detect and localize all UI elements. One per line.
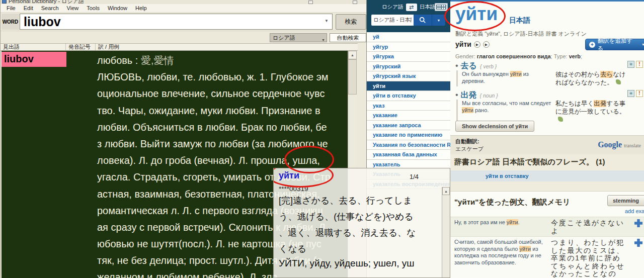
definition-line: з любви. Выйти замуж по любви (за любимо… [97, 136, 331, 152]
type-label: Type: [554, 53, 568, 59]
word-list-item[interactable]: Указания по безопасности R/S [367, 140, 450, 150]
word-list-item[interactable]: уйти в отставку [367, 91, 450, 101]
word-list-item[interactable]: уйгур [367, 42, 450, 52]
dictionary-search-input[interactable] [371, 15, 414, 26]
text-segment: любовь : [97, 55, 141, 66]
snowflake-icon[interactable]: ✳ [627, 61, 634, 68]
menu-file[interactable]: File [3, 5, 20, 11]
popup-scrollbar[interactable]: ▲ [442, 187, 450, 277]
language-dropdown-value: ロシア語 [273, 35, 295, 41]
examples-heading: "уйти"を使った例文、翻訳メモリ [454, 198, 570, 207]
search-options-dropdown[interactable]: ▼ [432, 15, 445, 26]
menu-tools[interactable]: Tools [83, 5, 104, 11]
popup-definition-line: う、逃げる、(仕事などを)やめる [279, 209, 445, 225]
word-list-item[interactable]: уйти [367, 81, 450, 91]
examples-card: "уйти"を使った例文、翻訳メモリ stemming add example … [450, 191, 644, 278]
add-translation-button[interactable]: + 翻訳を追加する ▼ [585, 39, 644, 50]
scroll-up-icon[interactable]: ▲ [442, 187, 450, 195]
definition-line: тво. Чары, ожидание, муки любви. Признан… [97, 103, 331, 119]
auto-translate-box: 自動翻訳: エスケープ Google translate [450, 135, 644, 154]
keyboard-icon[interactable] [435, 3, 448, 11]
translation-term[interactable]: 出発 [461, 90, 477, 99]
add-to-memory-icon[interactable] [634, 239, 642, 247]
report-error-icon[interactable]: ! [636, 90, 643, 97]
column-header: 発音記号 [66, 44, 96, 50]
similar-phrase-row[interactable]: уйти в отставку [450, 170, 644, 181]
menu-search[interactable]: Search [37, 5, 63, 11]
word-list: уйуйгуруйгуркауйгурскийуйгурский языкуйт… [367, 32, 450, 189]
google-translate-logo: Google translate [598, 140, 641, 149]
japanese-sentence: 彼はその村から去らなければならなかった。 [555, 70, 627, 86]
maximize-icon[interactable] [308, 1, 313, 4]
source-language-label: ロシア語 [382, 4, 404, 11]
highlighted-word: 去ら [600, 71, 613, 78]
dictionary-web-panel: уйти 日本語 翻訳と定義 "уйти", ロシア語-日本語 辞書 オンライン… [450, 0, 644, 278]
popup-definition: [完]遠ざかる、去る、行ってしまう、逃げる、(仕事などを)やめる、退く、退職する… [279, 193, 445, 257]
window-title: Personal Dictionary - ロシア語 [9, 0, 84, 4]
russian-sentence: Мы все согласны, что нам следует уйти ра… [462, 100, 551, 124]
plant-icon[interactable] [558, 117, 563, 122]
add-to-memory-icon[interactable] [634, 219, 642, 227]
report-error-icon[interactable]: ! [636, 61, 643, 68]
chevron-down-icon[interactable]: ▼ [325, 19, 329, 23]
plant-icon[interactable] [616, 79, 621, 84]
menu-edit[interactable]: Edit [20, 5, 37, 11]
japanese-example: 今度こそ逃がさないよ [551, 219, 627, 235]
search-icon[interactable] [414, 15, 432, 26]
definition-line: любви. Объясниться в любви. Брак по любв… [97, 119, 331, 136]
word-list-item[interactable]: указание [367, 111, 450, 121]
language-dropdown[interactable]: ロシア語▼ [270, 33, 327, 42]
show-declension-button[interactable]: Show declension of уйти [455, 121, 534, 132]
popup-definition-line: [完]遠ざかる、去る、行ってしま [279, 193, 445, 209]
scrollbar-thumb[interactable] [348, 59, 357, 95]
stemming-button[interactable]: stemming [607, 195, 644, 206]
language-tag: 日本語 [509, 16, 530, 25]
column-headers: 見出語発音記号訳 / 用例 [1, 43, 358, 51]
highlighted-word: уйти [510, 71, 522, 77]
entry-card: уйти 日本語 翻訳と定義 "уйти", ロシア語-日本語 辞書 オンライン… [450, 2, 644, 154]
similar-phrase-link[interactable]: уйти в отставку [486, 170, 529, 181]
menu-help[interactable]: Help [131, 5, 151, 11]
word-list-item[interactable]: указанная база данных [367, 150, 450, 160]
word-list-item[interactable]: уйгурка [367, 52, 450, 62]
menu-window[interactable]: Window [104, 5, 131, 11]
close-icon[interactable] [353, 1, 357, 4]
add-example-link[interactable]: add example [625, 208, 644, 214]
definition-line: оциональное влечение, сильное сердечное … [97, 85, 331, 102]
headword-title: уйти [455, 4, 498, 25]
word-list-item[interactable]: уй [367, 32, 450, 42]
search-button[interactable]: 検索 [336, 14, 366, 30]
word-list-item[interactable]: уйгурский [367, 62, 450, 72]
entry-line: уйти ▶ ▶ [455, 40, 490, 48]
add-translation-label: 翻訳を追加する [598, 37, 638, 52]
play-audio-icon[interactable]: ▶ [483, 41, 490, 48]
word-list-item[interactable]: указ [367, 101, 450, 111]
text-segment: , [317, 155, 320, 166]
word-list-item[interactable]: указание по применению [367, 130, 450, 140]
popup-definition-line: 、退く、退職する、消え去る、な [279, 225, 445, 241]
word-list-item[interactable]: указание запроса [367, 121, 450, 131]
translations: •去る{ verb }✳!Он был вынужден уйти из дер… [455, 61, 643, 127]
translation-icons: ✳! [627, 61, 643, 68]
swap-languages-icon[interactable]: ⇄ [406, 4, 417, 11]
gender-label: Gender: [455, 53, 475, 59]
bullet: • [455, 61, 458, 70]
scroll-up-icon[interactable]: ▲ [348, 51, 357, 59]
example-pair: Мы все согласны, что нам следует уйти ра… [456, 100, 643, 124]
menu-view[interactable]: View [63, 5, 83, 11]
title-bar[interactable]: Personal Dictionary - ロシア語 [1, 0, 366, 4]
japanese-gloss: 愛,愛情 [141, 55, 174, 66]
google-wordmark: Google [598, 140, 622, 149]
entry-subtitle: 翻訳と定義 "уйти", ロシア語-日本語 辞書 オンライン [455, 30, 587, 38]
word-list-item[interactable]: уйгурский язык [367, 71, 450, 81]
example-rows: Ну, в этот раз им не уйти.今度こそ逃がさないよСчит… [450, 217, 644, 278]
play-audio-icon[interactable]: ▶ [474, 41, 480, 48]
word-list-header: ロシア語 ⇄ 日本語 ▼ [367, 0, 450, 32]
word-label: WORD [2, 14, 19, 30]
auto-search-button[interactable]: 自動検索 [330, 33, 366, 42]
snowflake-icon[interactable]: ✳ [627, 90, 634, 97]
word-input[interactable] [20, 14, 333, 30]
translation-term[interactable]: 去る [461, 61, 477, 70]
popup-headword-text: уйти [279, 170, 299, 180]
entry-word-cell[interactable]: liubov [2, 52, 66, 67]
